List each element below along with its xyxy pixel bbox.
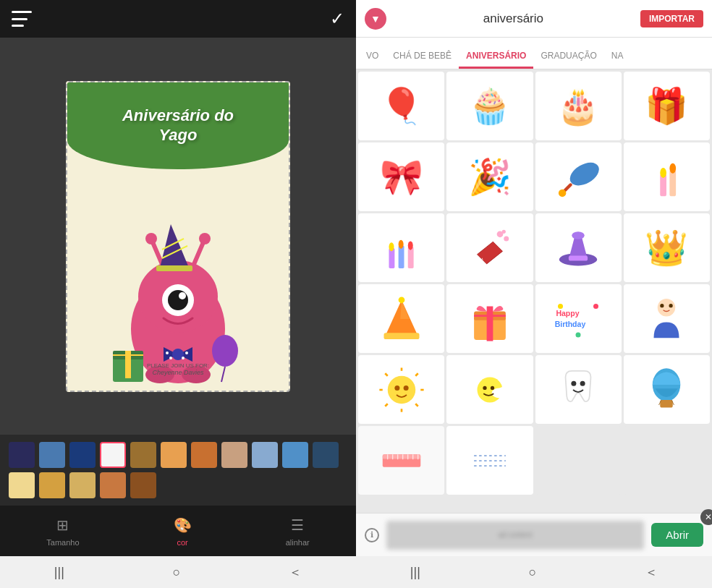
tamanho-icon: ⊞ — [53, 515, 73, 535]
svg-point-73 — [394, 385, 399, 390]
toolbar-tamanho[interactable]: ⊞ Tamanho — [46, 515, 79, 547]
right-nav-menu[interactable]: ||| — [410, 565, 420, 580]
invitation-card[interactable]: Aniversário do Yago — [66, 81, 290, 392]
color-swatch-10[interactable] — [313, 442, 339, 468]
sticker-happy-birthday[interactable]: Happy Birthday — [535, 284, 622, 353]
card-title: Aniversário do Yago — [122, 106, 234, 145]
card-green-header: Aniversário do Yago — [67, 82, 289, 169]
toolbar-alinhar[interactable]: ☰ alinhar — [286, 515, 310, 547]
sticker-party-hat[interactable]: 🎉 — [446, 142, 533, 211]
svg-point-18 — [185, 351, 188, 354]
svg-line-4 — [192, 242, 203, 268]
svg-rect-47 — [569, 255, 588, 260]
check-icon[interactable]: ✓ — [330, 9, 344, 29]
sticker-row-1: 🎈 🧁 🎂 🎁 — [358, 72, 710, 140]
color-swatch-2[interactable] — [69, 442, 96, 468]
sticker-sunshine[interactable] — [446, 355, 533, 424]
back-button[interactable]: ▼ — [365, 8, 386, 30]
sticker-hat-purple[interactable] — [535, 213, 622, 282]
svg-rect-54 — [487, 306, 493, 341]
left-nav-back[interactable]: ＜ — [289, 563, 302, 581]
sticker-boy[interactable] — [624, 284, 710, 353]
svg-point-63 — [669, 304, 673, 307]
svg-line-29 — [564, 184, 571, 191]
left-header: ✓ — [0, 0, 356, 38]
tamanho-label: Tamanho — [46, 538, 79, 547]
cor-icon: 🎨 — [172, 515, 192, 535]
sticker-music-horn[interactable]: ♪ — [446, 213, 533, 282]
toolbar-cor[interactable]: 🎨 cor — [172, 515, 192, 547]
right-nav-home[interactable]: ○ — [529, 565, 537, 580]
info-icon[interactable]: ℹ — [365, 528, 379, 542]
sticker-candles-2[interactable] — [624, 142, 710, 211]
import-button[interactable]: IMPORTAR — [640, 10, 703, 27]
right-nav-back[interactable]: ＜ — [645, 563, 658, 581]
sticker-row-5 — [358, 355, 710, 424]
sticker-sun-face[interactable] — [358, 355, 444, 424]
sticker-ruler[interactable] — [358, 426, 444, 495]
hot-air-balloon-svg — [641, 365, 692, 415]
color-swatch-15[interactable] — [130, 472, 156, 498]
tab-aniversario[interactable]: ANIVERSÁRIO — [459, 45, 533, 69]
color-swatch-8[interactable] — [252, 442, 278, 468]
color-swatch-12[interactable] — [39, 472, 65, 498]
color-swatch-13[interactable] — [69, 472, 96, 498]
svg-point-60 — [576, 332, 581, 337]
layers-icon[interactable] — [12, 11, 32, 27]
color-swatch-9[interactable] — [282, 442, 308, 468]
svg-point-17 — [169, 357, 172, 359]
happy-birthday-svg: Happy Birthday — [553, 294, 603, 344]
svg-rect-32 — [670, 169, 677, 196]
svg-point-61 — [658, 299, 676, 317]
color-swatch-14[interactable] — [100, 472, 126, 498]
svg-point-80 — [572, 380, 577, 385]
sticker-cake[interactable]: 🎂 — [535, 72, 622, 140]
canvas-area: Aniversário do Yago — [0, 38, 356, 435]
svg-text:Birthday: Birthday — [555, 319, 586, 328]
svg-line-70 — [415, 404, 418, 406]
tab-na[interactable]: NA — [604, 45, 631, 69]
close-ad-button[interactable]: ✕ — [700, 509, 712, 525]
svg-point-3 — [145, 233, 157, 244]
tab-novo[interactable]: VO — [359, 45, 386, 69]
color-swatch-11[interactable] — [9, 472, 35, 498]
sticker-crown[interactable]: 👑 — [624, 213, 710, 282]
color-swatch-7[interactable] — [221, 442, 247, 468]
sticker-hat-orange[interactable] — [358, 284, 444, 353]
color-swatch-4[interactable] — [130, 442, 156, 468]
sun-face-svg — [376, 365, 427, 415]
sticker-dots-pattern[interactable] — [446, 426, 533, 495]
tab-cha-de-bebe[interactable]: CHÁ DE BEBÊ — [386, 45, 459, 69]
balloons-emoji: 🎈 — [380, 89, 423, 124]
sticker-grid: 🎈 🧁 🎂 🎁 🎀 🎉 — [356, 69, 712, 513]
svg-point-38 — [389, 242, 394, 251]
sticker-gift-wrapped[interactable] — [446, 284, 533, 353]
svg-point-81 — [580, 380, 585, 385]
hat-orange-svg — [376, 294, 427, 344]
open-button[interactable]: Abrir — [651, 523, 703, 547]
svg-line-72 — [385, 404, 388, 406]
left-nav-menu[interactable]: ||| — [54, 565, 64, 580]
svg-point-40 — [407, 241, 412, 250]
candles-svg — [376, 223, 427, 273]
color-swatch-3[interactable] — [100, 442, 126, 468]
color-swatch-1[interactable] — [39, 442, 65, 468]
sticker-row-4: Happy Birthday — [358, 284, 710, 353]
sticker-hot-air-balloon[interactable] — [624, 355, 710, 424]
svg-point-42 — [504, 236, 509, 241]
sticker-cupcake[interactable]: 🧁 — [446, 72, 533, 140]
color-swatch-0[interactable] — [9, 442, 35, 468]
sticker-balloons[interactable]: 🎈 — [358, 72, 444, 140]
sticker-gift-box[interactable]: 🎁 — [624, 72, 710, 140]
color-swatch-6[interactable] — [191, 442, 217, 468]
sticker-tooth[interactable] — [535, 355, 622, 424]
svg-point-59 — [593, 304, 598, 309]
sticker-silver-balloons[interactable]: 🎀 — [358, 142, 444, 211]
svg-point-62 — [661, 304, 664, 307]
color-swatch-5[interactable] — [161, 442, 187, 468]
sticker-noisemaker[interactable] — [535, 142, 622, 211]
sticker-candles[interactable] — [358, 213, 444, 282]
tab-graduacao[interactable]: GRADUAÇÃO — [533, 45, 603, 69]
right-nav-bar: ||| ○ ＜ — [356, 556, 712, 588]
left-nav-home[interactable]: ○ — [173, 565, 181, 580]
